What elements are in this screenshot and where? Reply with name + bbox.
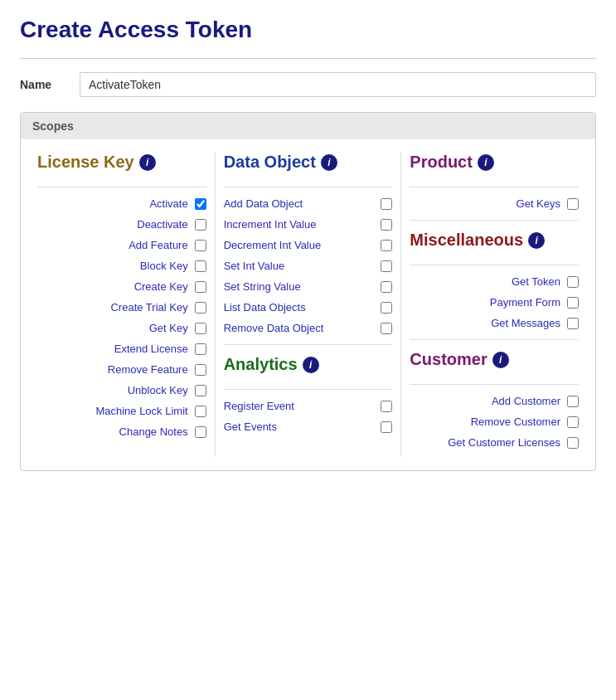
scope-increment-int-value: Increment Int Value: [224, 218, 393, 231]
scope-block-key-checkbox[interactable]: [195, 260, 206, 272]
scope-remove-customer-label[interactable]: Remove Customer: [471, 416, 560, 428]
license-key-title: License Key i: [37, 153, 206, 172]
scope-create-trial-key-checkbox[interactable]: [195, 302, 206, 314]
scope-set-int-value: Set Int Value: [224, 260, 393, 272]
scope-set-int-value-checkbox[interactable]: [381, 260, 392, 272]
product-info-icon[interactable]: i: [478, 154, 494, 171]
scope-add-feature-label[interactable]: Add Feature: [129, 239, 188, 251]
scope-list-data-objects: List Data Objects: [224, 301, 393, 314]
scope-get-messages-label[interactable]: Get Messages: [491, 317, 560, 329]
scope-set-string-value-checkbox[interactable]: [381, 281, 392, 293]
scope-get-key-checkbox[interactable]: [195, 323, 206, 334]
scope-add-customer: Add Customer: [410, 395, 579, 407]
product-col: Product i Get Keys Miscellaneous i Get T…: [401, 153, 587, 457]
misc-title: Miscellaneous i: [410, 231, 579, 250]
scope-remove-data-object-checkbox[interactable]: [381, 323, 392, 334]
scope-machine-lock-limit: Machine Lock Limit: [37, 405, 206, 417]
scope-change-notes: Change Notes: [37, 425, 206, 438]
scope-extend-license-label[interactable]: Extend License: [114, 343, 188, 355]
scope-get-messages: Get Messages: [410, 317, 579, 329]
scope-remove-feature-checkbox[interactable]: [195, 364, 206, 376]
scope-create-key-label[interactable]: Create Key: [134, 280, 188, 293]
scope-register-event-label[interactable]: Register Event: [224, 400, 294, 412]
scope-get-keys-label[interactable]: Get Keys: [517, 197, 560, 210]
scope-activate-checkbox[interactable]: [195, 198, 206, 210]
scope-change-notes-checkbox[interactable]: [195, 426, 206, 438]
scope-create-key: Create Key: [37, 280, 206, 293]
scope-create-trial-key: Create Trial Key: [37, 301, 206, 314]
scope-list-data-objects-checkbox[interactable]: [381, 302, 392, 314]
scope-get-token-checkbox[interactable]: [567, 276, 579, 288]
scope-increment-int-value-checkbox[interactable]: [381, 219, 392, 231]
scope-remove-feature-label[interactable]: Remove Feature: [108, 363, 188, 376]
scope-block-key-label[interactable]: Block Key: [140, 260, 188, 272]
scope-add-data-object-label[interactable]: Add Data Object: [224, 197, 303, 210]
title-divider: [20, 58, 596, 59]
scope-decrement-int-value-label[interactable]: Decrement Int Value: [224, 239, 322, 251]
scope-get-token: Get Token: [410, 275, 579, 288]
scope-deactivate: Deactivate: [37, 218, 206, 231]
scope-payment-form-checkbox[interactable]: [567, 297, 579, 309]
scope-unblock-key: Unblock Key: [37, 384, 206, 396]
scope-get-customer-licenses-checkbox[interactable]: [567, 437, 579, 449]
scope-get-customer-licenses: Get Customer Licenses: [410, 436, 579, 449]
misc-info-icon[interactable]: i: [528, 232, 545, 249]
scope-get-events: Get Events: [224, 420, 393, 433]
scope-register-event: Register Event: [224, 400, 393, 412]
scope-add-customer-checkbox[interactable]: [567, 396, 579, 407]
scope-deactivate-label[interactable]: Deactivate: [137, 218, 187, 231]
scope-remove-customer-checkbox[interactable]: [567, 416, 579, 428]
scope-get-customer-licenses-label[interactable]: Get Customer Licenses: [448, 436, 560, 449]
scope-remove-customer: Remove Customer: [410, 416, 579, 428]
scope-get-events-label[interactable]: Get Events: [224, 420, 277, 433]
scope-get-keys-checkbox[interactable]: [567, 198, 579, 210]
scope-set-int-value-label[interactable]: Set Int Value: [224, 260, 284, 272]
license-key-col: License Key i Activate Deactivate Add Fe…: [29, 153, 216, 457]
customer-info-icon[interactable]: i: [492, 352, 509, 368]
analytics-title: Analytics i: [224, 355, 393, 374]
page-title: Create Access Token: [20, 17, 596, 43]
scope-machine-lock-limit-checkbox[interactable]: [195, 406, 206, 417]
scope-activate-label[interactable]: Activate: [149, 197, 187, 210]
scope-payment-form: Payment Form: [410, 296, 579, 309]
scope-change-notes-label[interactable]: Change Notes: [119, 425, 188, 438]
scope-block-key: Block Key: [37, 260, 206, 272]
scope-set-string-value: Set String Value: [224, 280, 393, 293]
customer-title: Customer i: [410, 350, 579, 369]
scope-machine-lock-limit-label[interactable]: Machine Lock Limit: [95, 405, 187, 417]
scope-add-data-object-checkbox[interactable]: [381, 198, 392, 210]
scope-remove-data-object: Remove Data Object: [224, 322, 393, 334]
scope-deactivate-checkbox[interactable]: [195, 219, 206, 231]
scope-decrement-int-value: Decrement Int Value: [224, 239, 393, 251]
scope-unblock-key-label[interactable]: Unblock Key: [128, 384, 188, 396]
scopes-container: Scopes License Key i Activate Deactivate…: [20, 112, 596, 471]
scope-get-events-checkbox[interactable]: [381, 421, 392, 433]
scope-increment-int-value-label[interactable]: Increment Int Value: [224, 218, 317, 231]
scope-decrement-int-value-checkbox[interactable]: [381, 240, 392, 251]
name-input[interactable]: [80, 72, 596, 97]
data-object-info-icon[interactable]: i: [321, 154, 337, 171]
scope-remove-feature: Remove Feature: [37, 363, 206, 376]
scope-get-keys: Get Keys: [410, 197, 579, 210]
license-key-info-icon[interactable]: i: [139, 154, 156, 171]
scope-create-key-checkbox[interactable]: [195, 281, 206, 293]
scope-register-event-checkbox[interactable]: [381, 401, 392, 412]
scope-get-key-label[interactable]: Get Key: [149, 322, 188, 334]
scopes-header: Scopes: [21, 113, 595, 139]
scope-extend-license-checkbox[interactable]: [195, 343, 206, 355]
scope-unblock-key-checkbox[interactable]: [195, 385, 206, 396]
analytics-info-icon[interactable]: i: [303, 357, 319, 373]
product-title: Product i: [410, 153, 579, 172]
scope-create-trial-key-label[interactable]: Create Trial Key: [110, 301, 187, 314]
scope-add-feature-checkbox[interactable]: [195, 240, 206, 251]
scope-payment-form-label[interactable]: Payment Form: [490, 296, 560, 309]
data-object-title: Data Object i: [224, 153, 393, 172]
scope-get-token-label[interactable]: Get Token: [512, 275, 560, 288]
scope-set-string-value-label[interactable]: Set String Value: [224, 280, 301, 293]
scope-add-feature: Add Feature: [37, 239, 206, 251]
scope-add-customer-label[interactable]: Add Customer: [492, 395, 560, 407]
name-row: Name: [20, 72, 596, 97]
scope-remove-data-object-label[interactable]: Remove Data Object: [224, 322, 324, 334]
scope-list-data-objects-label[interactable]: List Data Objects: [224, 301, 306, 314]
scope-get-messages-checkbox[interactable]: [567, 318, 579, 329]
